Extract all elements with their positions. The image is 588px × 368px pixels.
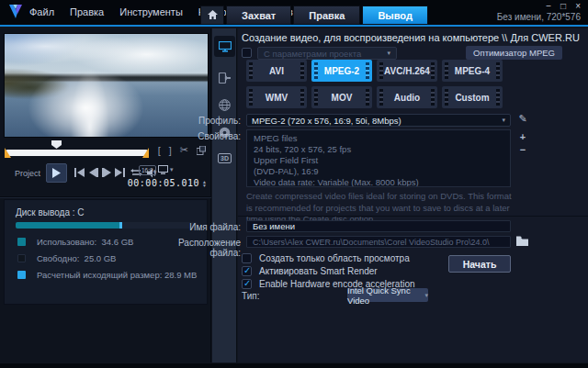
document-title: Без имени, 720*576 [497, 12, 581, 22]
format-mpeg2-button[interactable]: MPEG-2 [311, 60, 372, 82]
remove-profile-button[interactable]: − [516, 144, 529, 155]
dropdown-caret-icon: ▾ [387, 50, 390, 57]
videostudio-logo-icon [9, 5, 22, 18]
enlarge-preview-button[interactable] [197, 146, 206, 155]
mpeg-optimizer-button[interactable]: Оптимизатор MPEG [466, 46, 562, 60]
window-controls: − □ × [546, 1, 581, 11]
split-clip-button[interactable]: ✂ [180, 144, 188, 156]
legend-free: Свободно: 25.0 GB [17, 253, 116, 263]
legend-estimate: Расчетный исходящий размер: 28.9 MB [17, 270, 197, 280]
properties-label: Свойства: [153, 131, 241, 141]
sidebar-item-computer[interactable] [214, 36, 235, 57]
go-end-button[interactable] [112, 165, 127, 180]
format-custom-button[interactable]: Custom [442, 86, 503, 108]
same-as-project-checkbox[interactable] [242, 48, 252, 58]
used-color-swatch [17, 238, 26, 246]
share-title: Создание видео, для воспроизведения на к… [242, 32, 580, 43]
dropdown-caret-icon: ▾ [424, 292, 428, 299]
sidebar-item-web[interactable] [214, 95, 235, 116]
preview-range-checkbox[interactable] [242, 253, 252, 263]
smart-render-option[interactable]: Активировать Smart Render [242, 266, 378, 276]
sidebar-item-device[interactable] [214, 67, 235, 88]
screen-size-icon [158, 165, 168, 174]
dropdown-caret-icon: ▾ [502, 117, 505, 124]
share-output-panel: Создание видео, для воспроизведения на к… [238, 28, 588, 362]
menu-tools[interactable]: Инструменты [119, 6, 183, 17]
project-mode-selector[interactable]: Project [15, 169, 40, 178]
output-disk-title: Диск вывода : C [16, 207, 85, 217]
aspect-caret-icon: ▾ [153, 169, 157, 176]
format-mpeg4-button[interactable]: MPEG-4 [442, 60, 503, 82]
home-tab[interactable] [200, 6, 224, 25]
disk-used-fill [16, 222, 119, 229]
format-avc-button[interactable]: AVC/H.264 [377, 60, 437, 82]
format-wmv-button[interactable]: WMV [246, 86, 307, 108]
disk-estimate-marker [119, 222, 122, 229]
videostudio-window: Файл Правка Инструменты Настройки Справк… [0, 0, 588, 368]
same-as-project-dropdown[interactable]: С параметрами проекта▾ [257, 47, 397, 60]
left-panel-divider [0, 196, 211, 198]
start-button[interactable]: Начать [448, 255, 511, 273]
window-bottom-edge [0, 363, 588, 368]
enlarge-icon [197, 146, 206, 155]
encoder-type-dropdown[interactable]: Intel Quick Sync Video▾ [347, 288, 428, 302]
3d-icon: 3D [218, 153, 232, 163]
preview-size-selector[interactable]: ▾ [158, 165, 174, 174]
menu-file[interactable]: Файл [29, 6, 54, 17]
filename-label: Имя файла: [153, 222, 241, 232]
edit-profile-pencil-icon[interactable]: ✎ [516, 113, 529, 125]
play-button[interactable] [46, 163, 67, 183]
playhead-thumb[interactable] [51, 140, 62, 149]
home-icon [208, 10, 218, 20]
properties-box: MPEG files 24 bits, 720 x 576, 25 fps Up… [246, 129, 511, 187]
options-row: С параметрами проекта▾ Оптимизатор MPEG [242, 46, 584, 61]
minimize-button[interactable]: − [546, 1, 551, 11]
location-input[interactable]: C:\Users\Alex CWER.ru\Documents\Corel Vi… [246, 236, 511, 248]
section-divider [238, 216, 588, 217]
timecode-stepper[interactable]: ▲▼ [202, 180, 207, 187]
tab-edit[interactable]: Правка [293, 6, 360, 25]
format-avi-button[interactable]: AVI [246, 60, 307, 82]
globe-icon [219, 99, 231, 111]
legend-used: Использовано: 34.6 GB [17, 237, 133, 247]
maximize-button[interactable]: □ [560, 1, 566, 11]
tab-share[interactable]: Вывод [362, 6, 428, 25]
add-profile-button[interactable]: + [516, 131, 529, 142]
trim-tools: [ ] ✂ [158, 144, 206, 156]
preview-range-option[interactable]: Создать только область просмотра [242, 253, 410, 263]
type-label: Тип: [242, 291, 259, 301]
format-mov-button[interactable]: MOV [311, 86, 372, 108]
size-caret-icon: ▾ [170, 166, 174, 173]
timecode-value: 00:00:05.010 [128, 178, 199, 188]
menu-edit[interactable]: Правка [70, 6, 104, 17]
browse-folder-button[interactable] [516, 236, 530, 247]
mark-in-button[interactable]: [ [158, 145, 161, 156]
transport-controls: Project 16:9 [0, 162, 211, 188]
play-icon [52, 168, 61, 178]
format-audio-button[interactable]: Audio [377, 86, 437, 108]
sidebar-item-3d[interactable]: 3D [214, 148, 235, 169]
hardware-accel-checkbox[interactable] [242, 279, 252, 289]
close-button[interactable]: × [575, 1, 581, 11]
go-start-button[interactable] [72, 165, 86, 180]
tab-capture[interactable]: Захват [226, 6, 291, 25]
location-label: Расположение файла: [149, 238, 241, 258]
device-icon [219, 72, 231, 84]
scrubber-area: [ ] ✂ [0, 139, 211, 162]
profile-dropdown[interactable]: MPEG-2 (720 x 576, 16:9, 50i, 8Mbps)▾ [246, 114, 511, 127]
free-color-swatch [17, 254, 26, 262]
preview-panel: [ ] ✂ Project [0, 28, 211, 362]
share-category-sidebar: 3D [212, 28, 237, 362]
mark-out-button[interactable]: ] [169, 145, 172, 156]
title-menu-bar: Файл Правка Инструменты Настройки Справк… [0, 0, 588, 27]
format-grid: AVI MPEG-2 AVC/H.264 MPEG-4 WMV MOV Audi… [246, 60, 513, 108]
folder-icon [516, 236, 530, 247]
timecode-display[interactable]: 00:00:05.010 ▲▼ [128, 178, 207, 188]
workspace-tabs: Захват Правка Вывод [200, 6, 428, 25]
computer-icon [219, 41, 232, 52]
estimate-color-swatch [17, 271, 26, 279]
trim-bar[interactable] [6, 150, 148, 156]
smart-render-checkbox[interactable] [242, 266, 252, 276]
profile-label: Профиль: [153, 116, 241, 126]
filename-input[interactable]: Без имени [246, 220, 511, 232]
